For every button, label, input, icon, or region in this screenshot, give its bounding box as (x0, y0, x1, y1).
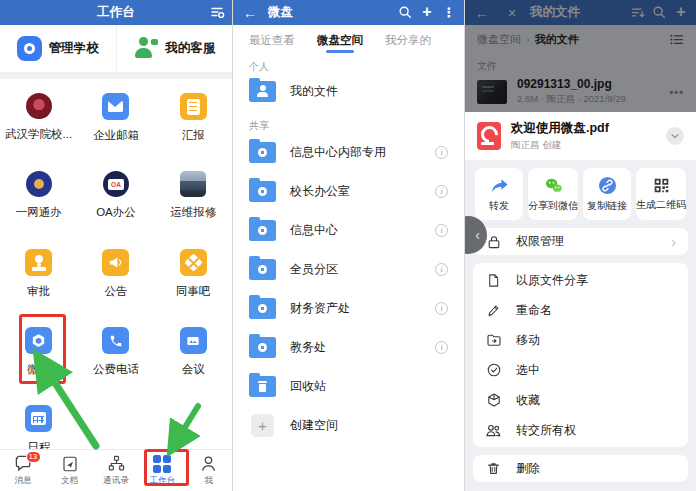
manage-settings-icon[interactable] (206, 1, 228, 23)
drive-item-name: 信息中心 (290, 222, 338, 239)
menu-item-move[interactable]: 移动 (473, 325, 688, 355)
quick-item-manage-school[interactable]: 管理学校 (0, 25, 117, 72)
drive-item-info-center-internal[interactable]: 信息中心内部专用 i (233, 133, 464, 172)
info-icon[interactable]: i (435, 263, 448, 276)
file-action-sheet: 欢迎使用微盘.pdf 陶正昌 创建 转发 分享到微信 复制 (465, 112, 696, 491)
wedrive-title: 微盘 (268, 4, 293, 21)
folder-trash-icon (249, 376, 276, 397)
unread-badge: 13 (26, 451, 41, 463)
app-label: 运维报修 (170, 205, 216, 220)
app-item-enterprise-mail[interactable]: 企业邮箱 (77, 85, 154, 163)
delete-row[interactable]: 删除 (473, 455, 688, 482)
menu-item-favorite[interactable]: 收藏 (473, 385, 688, 415)
app-label: 公费电话 (93, 362, 139, 377)
document-icon (61, 455, 79, 473)
tab-drive-space[interactable]: 微盘空间 (317, 25, 363, 55)
back-icon[interactable]: ← (239, 2, 261, 24)
drive-item-recycle-bin[interactable]: 回收站 (233, 367, 464, 406)
app-item-oa-office[interactable]: OA OA办公 (77, 163, 154, 241)
search-icon[interactable] (394, 1, 416, 23)
app-label: 会议 (182, 362, 205, 377)
forward-icon (490, 176, 509, 195)
colleagues-icon (180, 249, 207, 276)
tab-my-shares[interactable]: 我分享的 (385, 25, 431, 55)
app-item-gov-portal[interactable]: 一网通办 (0, 163, 77, 241)
menu-label: 重命名 (516, 302, 552, 319)
drive-item-all-staff[interactable]: 全员分区 i (233, 250, 464, 289)
app-item-school-site[interactable]: 武汉学院校... (0, 85, 77, 163)
nav-item-messages[interactable]: 13 消息 (0, 450, 46, 491)
copy-link-icon (598, 176, 617, 195)
menu-item-transfer-ownership[interactable]: 转交所有权 (473, 415, 688, 445)
info-icon[interactable]: i (435, 341, 448, 354)
tab-recent[interactable]: 最近查看 (249, 25, 295, 55)
folder-shared-icon (249, 220, 276, 241)
info-icon[interactable]: i (435, 185, 448, 198)
drive-item-name: 财务资产处 (290, 300, 350, 317)
menu-label: 移动 (516, 332, 540, 349)
app-item-meeting[interactable]: 会议 (155, 319, 232, 397)
chevron-right-icon: › (671, 235, 676, 249)
org-chart-icon (107, 454, 126, 473)
app-label: 企业邮箱 (93, 128, 139, 143)
app-label: 一网通办 (16, 205, 62, 220)
phone-icon (102, 327, 129, 354)
menu-item-share-original[interactable]: 以原文件分享 (473, 265, 688, 295)
info-icon[interactable]: i (435, 146, 448, 159)
section-divider (0, 72, 232, 79)
highlight-box-workbench-tab (144, 449, 189, 486)
drive-item-finance-assets[interactable]: 财务资产处 i (233, 289, 464, 328)
quick-actions-row: 管理学校 我的客服 (0, 25, 232, 72)
folder-shared-icon (249, 298, 276, 319)
nav-label: 通讯录 (103, 475, 129, 487)
app-item-approval[interactable]: 审批 (0, 241, 77, 319)
schedule-icon (25, 405, 52, 432)
folder-shared-icon (249, 142, 276, 163)
drive-item-my-files[interactable]: 我的文件 (233, 73, 464, 109)
permission-management-row[interactable]: 权限管理 › (473, 228, 688, 255)
nav-item-contacts[interactable]: 通讯录 (93, 450, 139, 491)
qrcode-icon (653, 177, 670, 194)
folder-shared-icon (249, 181, 276, 202)
nav-label: 消息 (15, 475, 32, 487)
nav-item-me[interactable]: 我 (186, 450, 232, 491)
create-space-button[interactable]: 创建空间 (233, 406, 464, 445)
app-label: 公告 (104, 284, 127, 299)
app-label: 汇报 (182, 128, 205, 143)
app-item-announcement[interactable]: 公告 (77, 241, 154, 319)
drive-item-principal-office[interactable]: 校长办公室 i (233, 172, 464, 211)
original-file-icon (485, 272, 502, 289)
announcement-icon (102, 249, 129, 276)
generate-qrcode-button[interactable]: 生成二维码 (636, 168, 686, 220)
menu-item-rename[interactable]: 重命名 (473, 295, 688, 325)
workbench-title: 工作台 (0, 4, 232, 21)
app-item-phone[interactable]: 公费电话 (77, 319, 154, 397)
share-to-wechat-button[interactable]: 分享到微信 (528, 168, 578, 220)
section-label-shared: 共享 (233, 109, 464, 133)
gov-portal-icon (26, 171, 52, 197)
app-item-colleagues[interactable]: 同事吧 (155, 241, 232, 319)
more-menu-icon[interactable]: ⋮ (438, 1, 460, 23)
drive-item-info-center[interactable]: 信息中心 i (233, 211, 464, 250)
panel-workbench: 工作台 管理学校 我的客服 武汉学院校 (0, 0, 232, 491)
add-icon[interactable]: + (416, 1, 438, 23)
chevron-down-icon[interactable] (666, 127, 684, 145)
forward-button[interactable]: 转发 (475, 168, 523, 220)
rename-icon (485, 302, 502, 319)
modal-dim-overlay[interactable] (465, 0, 696, 112)
menu-label: 以原文件分享 (516, 272, 588, 289)
info-icon[interactable]: i (435, 302, 448, 315)
select-check-icon (485, 362, 502, 379)
nav-item-docs[interactable]: 文档 (46, 450, 92, 491)
app-item-report[interactable]: 汇报 (155, 85, 232, 163)
drive-item-name: 教务处 (290, 339, 326, 356)
menu-item-select[interactable]: 选中 (473, 355, 688, 385)
info-icon[interactable]: i (435, 224, 448, 237)
action-label: 生成二维码 (636, 198, 686, 212)
app-item-repair[interactable]: 运维报修 (155, 163, 232, 241)
drive-item-academic-affairs[interactable]: 教务处 i (233, 328, 464, 367)
menu-label: 转交所有权 (516, 422, 576, 439)
screenshot-triptych: 工作台 管理学校 我的客服 武汉学院校 (0, 0, 696, 491)
quick-item-my-service[interactable]: 我的客服 (117, 25, 233, 72)
copy-link-button[interactable]: 复制链接 (583, 168, 631, 220)
